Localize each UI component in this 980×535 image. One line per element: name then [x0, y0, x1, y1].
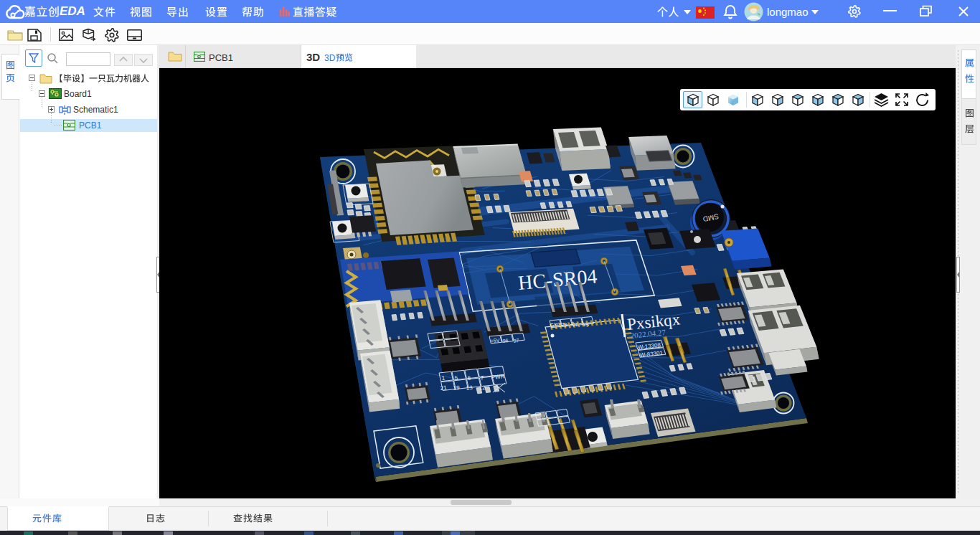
svg-text:13: 13 [466, 384, 473, 392]
svg-text:77: 77 [572, 322, 578, 328]
svg-text:78: 78 [561, 322, 567, 328]
svg-text:+5: +5 [583, 322, 589, 328]
svg-text:21: 21 [440, 384, 447, 392]
svg-text:96: 96 [502, 338, 509, 344]
svg-text:12: 12 [479, 384, 486, 392]
svg-text:GX0: GX0 [550, 322, 560, 328]
svg-text:19: 19 [453, 384, 460, 392]
svg-text:+5V: +5V [490, 338, 500, 344]
svg-text:97: 97 [513, 338, 519, 344]
